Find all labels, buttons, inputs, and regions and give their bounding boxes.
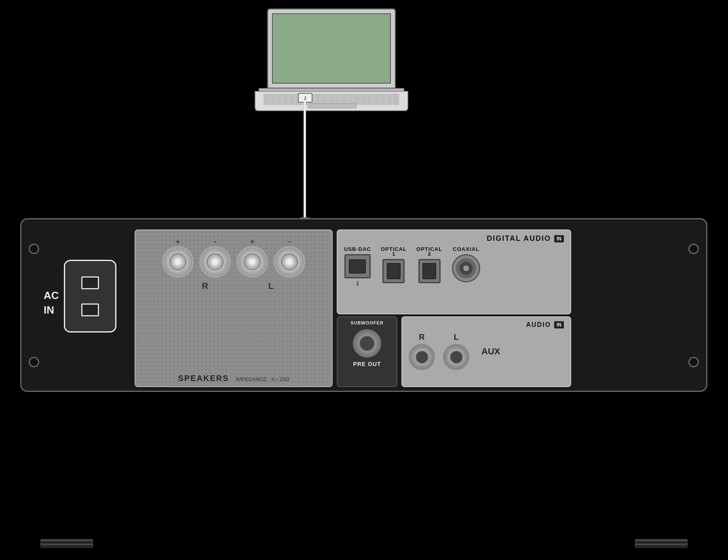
- speaker-terminals-top: + - +: [139, 238, 328, 278]
- mount-hole-right-top: [688, 244, 699, 254]
- subwoofer-jack: [353, 329, 381, 358]
- pre-out-section: SUBWOOFER PRE OUT: [337, 316, 397, 387]
- laptop-screen: [272, 13, 391, 84]
- channel-r: R: [202, 281, 208, 291]
- laptop-touchpad: [308, 103, 357, 108]
- optical1-num: 1: [392, 251, 395, 257]
- laptop: [243, 8, 420, 121]
- speaker-section: + - +: [135, 229, 333, 387]
- usb-dac-slot: [349, 259, 366, 274]
- mount-hole-right-bottom: [688, 357, 699, 367]
- rca-l-group: L: [443, 333, 469, 370]
- amplifier-body: AC IN + -: [20, 218, 707, 392]
- polarity-label: +: [176, 238, 180, 246]
- digital-audio-section: DIGITAL AUDIO IN USB-DAC ⚷ OPTICAL 1: [337, 229, 571, 314]
- rca-row: R L AUX: [409, 333, 564, 370]
- optical2-num: 2: [428, 251, 430, 257]
- coaxial-ring1: [455, 257, 477, 279]
- usb-dac-icon: ⚷: [355, 280, 359, 286]
- ac-in-label: AC IN: [44, 288, 59, 318]
- mount-hole-left-top: [29, 244, 39, 254]
- rca-l-jack: [443, 344, 469, 370]
- laptop-screen-bezel: [267, 8, 396, 89]
- optical2-group: OPTICAL 2: [416, 246, 442, 283]
- rca-r-inner: [416, 351, 428, 364]
- speaker-label-area: SPEAKERS IMPEDANCE : 4～16Ω: [135, 374, 332, 383]
- rca-l-inner: [450, 351, 463, 364]
- terminal-knob: [236, 246, 268, 278]
- coaxial-center: [463, 265, 469, 271]
- ac-slot-top: [81, 276, 99, 289]
- channel-l: L: [268, 281, 273, 291]
- rca-r-group: R: [409, 333, 435, 370]
- optical2-slot: [422, 263, 436, 279]
- subwoofer-jack-inner: [359, 336, 375, 351]
- speaker-terminal-neg-1: -: [199, 238, 231, 278]
- coaxial-group: COAXIAL: [452, 246, 480, 282]
- digital-audio-in-badge: IN: [554, 235, 564, 242]
- polarity-label: -: [214, 238, 216, 246]
- optical1-group: OPTICAL 1: [381, 246, 407, 283]
- usb-symbol-laptop: ⚷: [303, 95, 307, 101]
- digital-connectors-row: USB-DAC ⚷ OPTICAL 1 OPTICAL 2: [344, 246, 564, 286]
- digital-audio-title: DIGITAL AUDIO: [487, 234, 551, 243]
- audio-in-badge: IN: [554, 321, 564, 328]
- speaker-channel-labels: R L: [139, 281, 328, 291]
- usb-dac-label: USB-DAC: [344, 246, 371, 252]
- subwoofer-label: SUBWOOFER: [350, 320, 384, 325]
- usb-cable-segment-top: [304, 102, 306, 142]
- terminal-knob: [274, 246, 305, 278]
- usb-cable-horizontal: [304, 102, 305, 103]
- usb-dac-port: [344, 254, 371, 278]
- speaker-terminal-neg-2: -: [274, 238, 305, 278]
- usb-cable-segment-mid: [304, 141, 306, 218]
- polarity-label: +: [250, 238, 255, 246]
- pre-out-label: PRE OUT: [353, 361, 381, 367]
- laptop-base: [255, 91, 408, 111]
- coaxial-label: COAXIAL: [453, 246, 479, 252]
- usb-plug-laptop: ⚷: [298, 93, 312, 103]
- rca-l-label: L: [454, 333, 458, 342]
- optical1-slot: [387, 263, 401, 279]
- optical2-port: [418, 259, 441, 283]
- optical1-port: [382, 259, 405, 283]
- deco-line-right: [635, 539, 688, 548]
- terminal-knob: [162, 246, 194, 278]
- rca-r-label: R: [419, 333, 424, 342]
- rca-r-jack: [409, 344, 435, 370]
- audio-in-header: AUDIO IN: [409, 321, 564, 328]
- speakers-label: SPEAKERS: [178, 374, 229, 383]
- ac-slot-bottom: [81, 303, 99, 316]
- coaxial-ring2: [459, 261, 473, 276]
- ac-socket: [64, 260, 116, 333]
- impedance-label: IMPEDANCE : 4～16Ω: [236, 376, 289, 382]
- audio-in-section: AUDIO IN R L AUX: [401, 316, 571, 387]
- ac-in-section: AC IN: [42, 232, 131, 377]
- polarity-label: -: [288, 238, 291, 246]
- speaker-terminal-pos-2: +: [236, 238, 268, 278]
- speaker-terminal-pos-1: +: [162, 238, 194, 278]
- terminal-knob: [199, 246, 231, 278]
- coaxial-port: [452, 254, 480, 282]
- mount-hole-left-bottom: [29, 357, 39, 367]
- digital-audio-header: DIGITAL AUDIO IN: [344, 234, 564, 243]
- deco-line-left: [40, 539, 93, 548]
- usb-dac-group: USB-DAC ⚷: [344, 246, 371, 286]
- aux-label: AUX: [481, 346, 500, 357]
- audio-label: AUDIO: [526, 321, 551, 328]
